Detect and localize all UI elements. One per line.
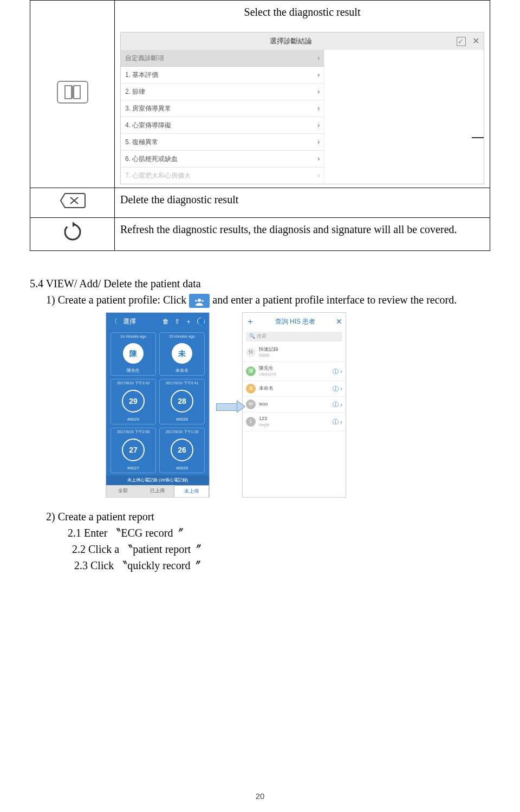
book-icon — [57, 81, 88, 104]
chevron-right-icon: › — [317, 53, 320, 63]
patient-icon — [189, 294, 210, 308]
plus-icon: ＋ — [246, 315, 255, 328]
step2-3: 2.3 Click 〝quickly record〞 — [74, 557, 490, 573]
close-icon: ✕ — [472, 35, 479, 48]
list-item: 1123rtwgféⓘ › — [243, 413, 346, 431]
svg-point-2 — [202, 300, 204, 302]
chevron-right-icon: › — [317, 87, 320, 96]
diag-item: 3. 房室傳導異常 — [125, 104, 171, 113]
step1-text-a: 1) Create a patient profile: Click — [46, 294, 189, 306]
chevron-right-icon: › — [317, 120, 320, 130]
list-item: 快快速記錄00000 — [243, 343, 346, 362]
delete-icon — [58, 191, 87, 214]
row1-caption: Select the diagnostic result — [120, 4, 484, 22]
diag-item: 1. 基本評價 — [125, 70, 158, 80]
step2-2: 2.2 Click a 〝patient report〞 — [72, 541, 490, 557]
figure-row: 〈 選擇 🗑 ⇪ ＋ 👤 14 minutes ago陳陳先生 19 minut… — [106, 312, 490, 498]
page-number: 20 — [0, 790, 520, 803]
plus-icon: ＋ — [185, 317, 192, 326]
step1-line: 1) Create a patient profile: Click and e… — [46, 292, 490, 308]
search-input: 🔍 搜索 — [246, 332, 342, 341]
record-card: 2017/8/16 下午1:3026#0026 — [159, 428, 205, 473]
phone-records-screenshot: 〈 選擇 🗑 ⇪ ＋ 👤 14 minutes ago陳陳先生 19 minut… — [106, 312, 210, 498]
list-item: Wwooⓘ › — [243, 397, 346, 413]
tab-uploaded: 已上傳 — [140, 485, 174, 498]
diag-item: 6. 心肌梗死或缺血 — [125, 154, 178, 164]
chevron-right-icon: › — [317, 70, 320, 80]
footnote: 未上傳心電記錄 (28條心電記錄) — [106, 475, 209, 485]
diag-item: 2. 節律 — [125, 87, 145, 96]
step2-block: 2) Create a patient report 2.1 Enter 〝EC… — [46, 508, 490, 573]
share-icon: ⇪ — [174, 317, 180, 326]
record-card: 2017/8/16 下午2:4128#0028 — [159, 379, 205, 424]
svg-point-1 — [195, 300, 197, 302]
close-icon: ✕ — [336, 316, 342, 327]
chevron-right-icon: › — [317, 171, 320, 181]
back-icon: 〈 — [110, 316, 118, 327]
toolbar-label: 選擇 — [123, 317, 136, 326]
row2-text: Delete the diagnostic result — [115, 188, 490, 218]
refresh-icon — [62, 221, 83, 247]
section-heading: 5.4 VIEW/ Add/ Delete the patient data — [30, 275, 490, 292]
chevron-right-icon: › — [317, 104, 320, 113]
tab-all: 全部 — [106, 485, 140, 498]
record-card: 19 minutes ago未未命名 — [159, 332, 205, 376]
patient-small-icon: 👤 — [197, 318, 205, 325]
diag-item: 5. 復極異常 — [125, 137, 158, 147]
svg-point-0 — [198, 299, 201, 302]
phone-patients-screenshot: ＋ 查詢 HIS 患者 ✕ 🔍 搜索 快快速記錄00000 陳陳先生146642… — [242, 312, 346, 498]
icon-description-table: Select the diagnostic result 選擇診斷結論 ✕ 自定… — [30, 0, 490, 251]
diag-item: 7. 心室肥大和心房擴大 — [125, 171, 191, 181]
chevron-right-icon: › — [317, 154, 320, 164]
trash-icon: 🗑 — [162, 317, 169, 326]
record-card: 2017/8/16 下午2:4229#0029 — [110, 379, 156, 424]
step2-head: 2) Create a patient report — [46, 508, 490, 525]
record-card: 2017/8/16 下午2:0827#0027 — [110, 428, 156, 473]
row3-text: Refresh the diagnostic results, the diag… — [115, 218, 490, 251]
diagnostic-screenshot: 選擇診斷結論 ✕ 自定義診斷項› 1. 基本評價› 2. 節律› 3. 房室傳導… — [120, 32, 484, 184]
step1-text-b: and enter a patient profile interface to… — [212, 294, 457, 306]
record-card: 14 minutes ago陳陳先生 — [110, 332, 156, 376]
list-item: 未未命名ⓘ › — [243, 381, 346, 397]
arrow-right-icon — [211, 398, 244, 414]
diag-item: 4. 心室傳導障礙 — [125, 120, 171, 130]
dash-mark — [472, 137, 484, 138]
screenshot-title: 選擇診斷結論 — [125, 36, 457, 47]
tab-not-uploaded: 未上傳 — [174, 485, 209, 498]
step2-1: 2.1 Enter 〝ECG record〞 — [68, 525, 490, 541]
header-title: 查詢 HIS 患者 — [275, 317, 316, 326]
chevron-right-icon: › — [317, 137, 320, 147]
list-item: 陳陳先生14664279ⓘ › — [243, 362, 346, 381]
custom-diag-header: 自定義診斷項 — [125, 53, 164, 63]
check-icon — [457, 37, 466, 46]
